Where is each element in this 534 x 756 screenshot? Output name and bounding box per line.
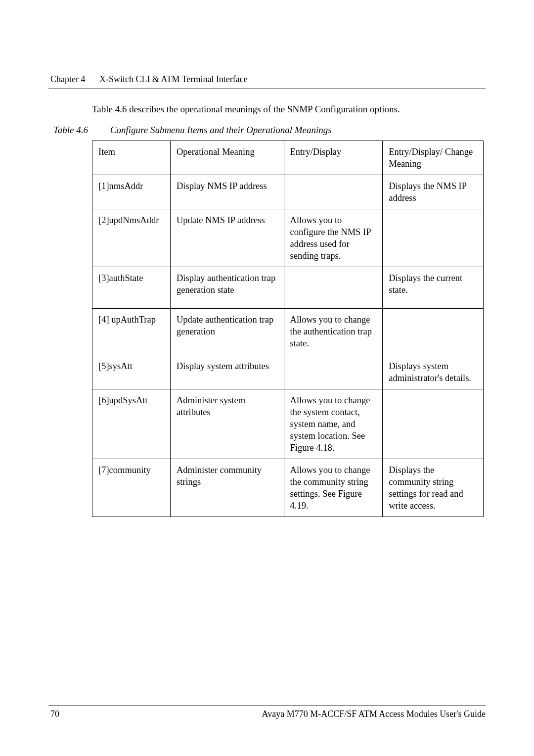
table-row: [6]updSysAtt Administer system attribute… bbox=[92, 389, 484, 459]
cell-change: Displays the NMS IP address bbox=[383, 175, 484, 209]
cell-change bbox=[383, 309, 484, 355]
cell-entry bbox=[284, 267, 383, 309]
cell-op: Administer system attributes bbox=[170, 389, 284, 459]
cell-op: Administer community strings bbox=[170, 459, 284, 517]
table-row: [3]authState Display authentication trap… bbox=[92, 267, 484, 309]
cell-change bbox=[383, 389, 484, 459]
table-caption-label: Table 4.6 bbox=[53, 125, 88, 136]
config-table: Item Operational Meaning Entry/Display E… bbox=[92, 141, 484, 517]
cell-op: Display system attributes bbox=[170, 355, 284, 389]
cell-change: Displays the current state. bbox=[383, 267, 484, 309]
chapter-header: Chapter 4 X-Switch CLI & ATM Terminal In… bbox=[48, 74, 486, 85]
cell-change: Displays system administrator's details. bbox=[383, 355, 484, 389]
cell-entry bbox=[284, 355, 383, 389]
table-row: [2]updNmsAddr Update NMS IP address Allo… bbox=[92, 209, 484, 267]
cell-item: [1]nmsAddr bbox=[92, 175, 171, 209]
chapter-title: X-Switch CLI & ATM Terminal Interface bbox=[99, 74, 248, 84]
table-row: [1]nmsAddr Display NMS IP address Displa… bbox=[92, 175, 484, 209]
header-rule bbox=[48, 89, 486, 89]
cell-item: [3]authState bbox=[92, 267, 171, 309]
table-caption-title: Configure Submenu Items and their Operat… bbox=[110, 125, 332, 135]
cell-item: [6]updSysAtt bbox=[92, 389, 171, 459]
cell-op: Display NMS IP address bbox=[170, 175, 284, 209]
cell-op: Update NMS IP address bbox=[170, 209, 284, 267]
page-footer: 70 Avaya M770 M-ACCF/SF ATM Access Modul… bbox=[48, 706, 486, 719]
table-row: [5]sysAtt Display system attributes Disp… bbox=[92, 355, 484, 389]
cell-entry bbox=[284, 175, 383, 209]
table-row: [4] upAuthTrap Update authentication tra… bbox=[92, 309, 484, 355]
col-header-op: Operational Meaning bbox=[170, 141, 284, 175]
cell-item: [4] upAuthTrap bbox=[92, 309, 171, 355]
col-header-change: Entry/Display/ Change Meaning bbox=[383, 141, 484, 175]
col-header-entry: Entry/Display bbox=[284, 141, 383, 175]
footer-doc-title: Avaya M770 M-ACCF/SF ATM Access Modules … bbox=[262, 709, 486, 719]
cell-op: Update authentication trap generation bbox=[170, 309, 284, 355]
cell-entry: Allows you to change the system contact,… bbox=[284, 389, 383, 459]
cell-item: [2]updNmsAddr bbox=[92, 209, 171, 267]
cell-entry: Allows you to change the community strin… bbox=[284, 459, 383, 517]
chapter-label: Chapter 4 bbox=[50, 74, 85, 85]
table-caption: Table 4.6 Configure Submenu Items and th… bbox=[53, 125, 486, 136]
cell-change bbox=[383, 209, 484, 267]
cell-op: Display authentication trap generation s… bbox=[170, 267, 284, 309]
table-row: [7]community Administer community string… bbox=[92, 459, 484, 517]
table-header-row: Item Operational Meaning Entry/Display E… bbox=[92, 141, 484, 175]
cell-change: Displays the community string settings f… bbox=[383, 459, 484, 517]
cell-item: [5]sysAtt bbox=[92, 355, 171, 389]
footer-rule bbox=[48, 706, 486, 706]
cell-entry: Allows you to change the authentication … bbox=[284, 309, 383, 355]
col-header-item: Item bbox=[92, 141, 171, 175]
cell-item: [7]community bbox=[92, 459, 171, 517]
intro-paragraph: Table 4.6 describes the operational mean… bbox=[92, 104, 486, 115]
cell-entry: Allows you to configure the NMS IP addre… bbox=[284, 209, 383, 267]
page-number: 70 bbox=[48, 709, 59, 719]
